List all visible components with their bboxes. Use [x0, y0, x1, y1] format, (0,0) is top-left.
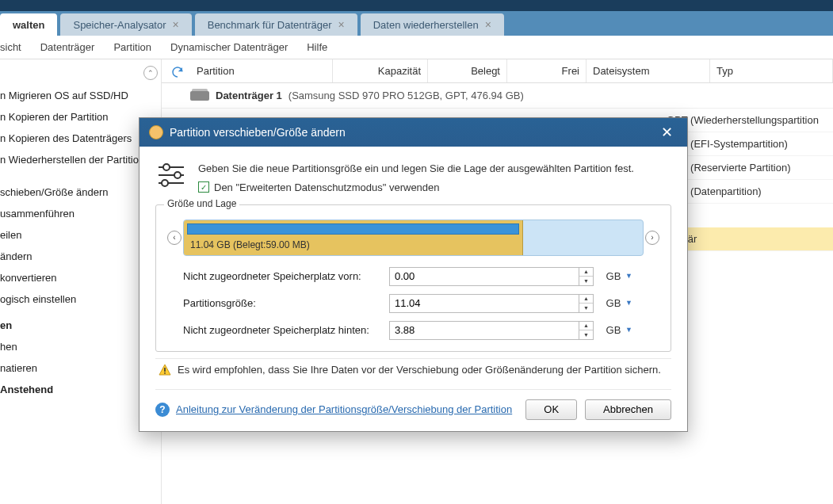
dialog-title: Partition verschieben/Größe ändern [170, 126, 346, 139]
cell-type: GPT (Wiederherstellungspartition [667, 114, 833, 126]
label-unalloc-after: Nicht zugeordneter Speicherplatz hinten: [183, 324, 389, 336]
partition-size-field[interactable] [389, 294, 579, 313]
disk-row[interactable]: Datenträger 1 (Samsung SSD 970 PRO 512GB… [162, 83, 833, 109]
close-icon[interactable]: × [485, 18, 491, 31]
stepper[interactable]: ▲▼ [579, 267, 594, 286]
slider-prev-icon[interactable]: ‹ [167, 231, 182, 245]
close-icon[interactable]: × [338, 18, 345, 31]
svg-rect-7 [164, 372, 166, 374]
used-space-bar [187, 223, 519, 235]
col-partition[interactable]: Partition [190, 59, 333, 82]
menu-help[interactable]: Hilfe [307, 41, 327, 53]
ok-button[interactable]: OK [525, 399, 577, 420]
svg-point-1 [163, 164, 170, 170]
stepper[interactable]: ▲▼ [579, 294, 594, 313]
sidebar: ⌃ n Migrieren OS auf SSD/HD n Kopieren d… [0, 59, 162, 504]
unit-dropdown-icon[interactable]: ▼ [625, 272, 635, 281]
label-unalloc-before: Nicht zugeordneter Speicherplatz vorn: [183, 270, 389, 282]
sidebar-item[interactable]: natieren [0, 357, 161, 379]
help-icon[interactable]: ? [155, 403, 170, 417]
sidebar-item[interactable]: usammenführen [0, 203, 161, 224]
tab-recover[interactable]: Daten wiederherstellen× [361, 13, 504, 36]
resize-dialog: Partition verschieben/Größe ändern ✕ Geb… [139, 117, 688, 432]
svg-point-3 [174, 172, 181, 178]
col-capacity[interactable]: Kapazität [333, 59, 428, 82]
help-link[interactable]: Anleitung zur Veränderung der Partitions… [176, 403, 512, 415]
wizard-icon [149, 125, 163, 139]
warning-icon [159, 364, 171, 376]
svg-point-5 [162, 180, 168, 186]
cell-type: Primär [667, 233, 833, 245]
label-partition-size: Partitionsgröße: [183, 297, 389, 309]
menu-disk[interactable]: Datenträger [40, 41, 95, 53]
unit-label: GB [602, 297, 625, 309]
sidebar-item[interactable]: n Kopieren des Datenträgers [0, 128, 161, 149]
table-header: Partition Kapazität Belegt Frei Dateisys… [162, 59, 833, 83]
tab-manage[interactable]: walten [0, 13, 57, 36]
col-used[interactable]: Belegt [428, 59, 507, 82]
cell-type: GPT (Reservierte Partition) [667, 162, 833, 174]
menu-bar: sicht Datenträger Partition Dynamischer … [0, 36, 833, 59]
sidebar-item[interactable]: schieben/Größe ändern [0, 181, 161, 203]
unit-dropdown-icon[interactable]: ▼ [625, 299, 635, 308]
tab-label: Benchmark für Datenträger [208, 19, 332, 31]
col-type[interactable]: Typ [710, 59, 833, 82]
menu-partition[interactable]: Partition [113, 41, 151, 53]
close-icon[interactable]: × [173, 18, 179, 31]
sidebar-item[interactable]: n Kopieren der Partition [0, 106, 161, 128]
checkbox-label: Den "Erweiterten Datenschutzmodus" verwe… [214, 181, 440, 193]
size-position-group: Größe und Lage ‹ 11.04 GB (Belegt:59.00 … [155, 204, 671, 352]
svg-rect-6 [164, 368, 166, 372]
chevron-down-icon[interactable]: ▼ [579, 277, 593, 285]
sidebar-item[interactable]: n Wiederherstellen der Partition [0, 149, 161, 170]
unalloc-after-field[interactable] [389, 321, 579, 340]
dialog-titlebar[interactable]: Partition verschieben/Größe ändern ✕ [139, 118, 687, 147]
tab-label: Speicher-Analysator [73, 19, 166, 31]
window-titlebar [0, 0, 833, 11]
sidebar-item-pending[interactable]: Anstehend [0, 379, 161, 400]
cell-type: GPT (Datenpartition) [667, 185, 833, 197]
disk-title: Datenträger 1 [216, 90, 282, 101]
sliders-icon [155, 161, 187, 189]
tab-label: walten [13, 19, 44, 31]
tab-analyzer[interactable]: Speicher-Analysator× [60, 13, 191, 36]
col-free[interactable]: Frei [507, 59, 587, 82]
tab-label: Daten wiederherstellen [373, 19, 479, 31]
partition-slider[interactable]: 11.04 GB (Belegt:59.00 MB) [183, 220, 644, 256]
sidebar-item[interactable]: n Migrieren OS auf SSD/HD [0, 85, 161, 106]
unalloc-before-field[interactable] [389, 267, 579, 286]
cell-type: GPT (EFI-Systempartition) [667, 138, 833, 150]
unit-dropdown-icon[interactable]: ▼ [625, 326, 635, 335]
unit-label: GB [602, 270, 625, 282]
collapse-icon[interactable]: ⌃ [143, 66, 158, 80]
menu-view[interactable]: sicht [0, 41, 21, 53]
close-icon[interactable]: ✕ [656, 124, 678, 141]
sidebar-item[interactable]: ogisch einstellen [0, 288, 161, 310]
dialog-description: Geben Sie die neue Partitionsgröße ein u… [198, 161, 634, 177]
sidebar-item[interactable]: en [0, 315, 161, 336]
slider-next-icon[interactable]: › [645, 231, 659, 245]
group-legend: Größe und Lage [164, 198, 239, 209]
unit-label: GB [602, 324, 625, 336]
tab-bar: walten Speicher-Analysator× Benchmark fü… [0, 11, 833, 36]
privacy-mode-checkbox[interactable]: ✓ [198, 181, 209, 193]
chevron-down-icon[interactable]: ▼ [579, 330, 593, 339]
chevron-up-icon[interactable]: ▲ [579, 322, 593, 331]
chevron-up-icon[interactable]: ▲ [579, 268, 593, 277]
disk-icon [190, 91, 209, 101]
slider-caption: 11.04 GB (Belegt:59.00 MB) [190, 239, 310, 250]
refresh-icon[interactable] [166, 61, 189, 83]
disk-subtitle: (Samsung SSD 970 PRO 512GB, GPT, 476.94 … [288, 90, 524, 101]
sidebar-item[interactable]: hen [0, 336, 161, 357]
chevron-down-icon[interactable]: ▼ [579, 304, 593, 312]
cancel-button[interactable]: Abbrechen [585, 399, 671, 420]
stepper[interactable]: ▲▼ [579, 321, 594, 340]
tab-benchmark[interactable]: Benchmark für Datenträger× [195, 13, 357, 36]
warning-text: Es wird empfohlen, dass Sie Ihre Daten v… [178, 364, 661, 376]
menu-dynamic[interactable]: Dynamischer Datenträger [170, 41, 288, 53]
sidebar-item[interactable]: eilen [0, 224, 161, 246]
sidebar-item[interactable]: ändern [0, 246, 161, 267]
col-filesystem[interactable]: Dateisystem [587, 59, 710, 82]
chevron-up-icon[interactable]: ▲ [579, 295, 593, 304]
sidebar-item[interactable]: konvertieren [0, 267, 161, 288]
